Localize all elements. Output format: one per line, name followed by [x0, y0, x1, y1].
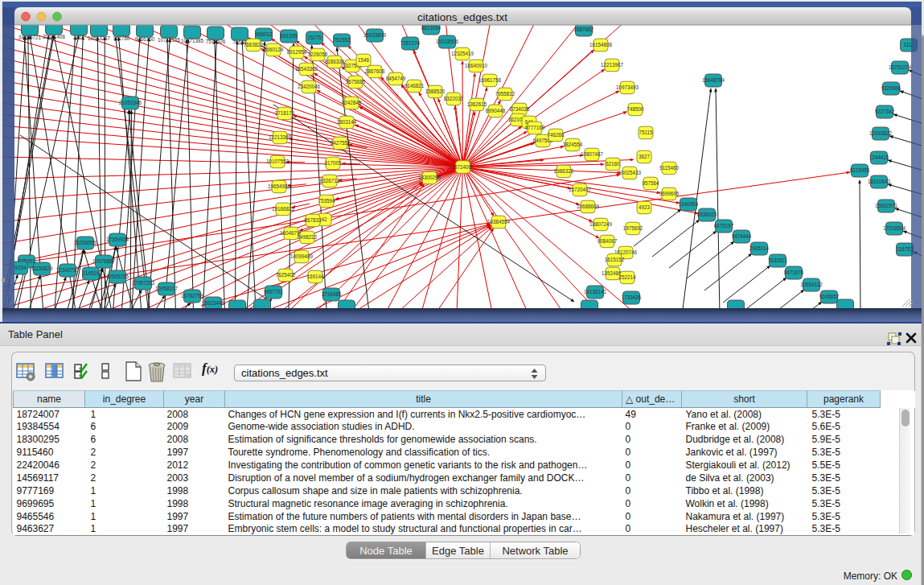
- svg-text:1546: 1546: [358, 57, 370, 63]
- svg-text:10975887: 10975887: [92, 258, 116, 264]
- svg-text:152760: 152760: [113, 35, 130, 41]
- svg-text:15923448: 15923448: [202, 300, 225, 306]
- svg-text:9245652: 9245652: [819, 294, 840, 299]
- svg-text:10719155: 10719155: [158, 37, 181, 43]
- svg-text:9146821: 9146821: [405, 83, 425, 89]
- svg-text:10654112: 10654112: [800, 282, 823, 287]
- svg-text:966012: 966012: [255, 31, 273, 37]
- svg-text:19654985: 19654985: [268, 183, 291, 189]
- svg-text:21053346: 21053346: [119, 100, 142, 105]
- svg-text:17957253: 17957253: [132, 280, 155, 286]
- svg-text:9777169: 9777169: [525, 125, 545, 130]
- svg-text:7625402: 7625402: [276, 272, 296, 278]
- svg-text:1733426: 1733426: [622, 295, 642, 300]
- svg-text:16961758: 16961758: [478, 77, 502, 83]
- svg-text:8427552: 8427552: [331, 140, 351, 146]
- svg-text:8322037: 8322037: [444, 96, 464, 101]
- svg-text:1244415: 1244415: [869, 154, 889, 160]
- svg-text:3824554: 3824554: [563, 142, 583, 147]
- svg-text:9115460: 9115460: [659, 165, 680, 171]
- svg-text:10807487: 10807487: [581, 151, 604, 157]
- svg-text:753594: 753594: [318, 198, 335, 204]
- svg-text:10025433: 10025433: [618, 170, 642, 175]
- svg-text:10553287: 10553287: [88, 35, 111, 41]
- svg-text:10107553: 10107553: [266, 159, 290, 164]
- svg-text:14136141: 14136141: [584, 289, 607, 295]
- svg-text:9699695: 9699695: [659, 191, 680, 196]
- svg-text:169144: 169144: [306, 274, 324, 279]
- svg-text:9242848: 9242848: [342, 100, 362, 105]
- svg-text:7955812: 7955812: [495, 91, 515, 97]
- svg-text:42: 42: [321, 216, 327, 222]
- svg-text:2986322: 2986322: [554, 168, 574, 174]
- svg-text:10958107: 10958107: [155, 286, 179, 291]
- svg-text:16782759: 16782759: [181, 293, 204, 299]
- svg-text:citations_edges.txt: citations_edges.txt: [417, 11, 507, 23]
- svg-text:6734028: 6734028: [510, 106, 530, 112]
- svg-text:2718176: 2718176: [275, 110, 295, 116]
- svg-text:62160: 62160: [606, 161, 620, 167]
- svg-text:891295: 891295: [280, 33, 298, 39]
- svg-text:16033809: 16033809: [363, 32, 387, 38]
- svg-text:1811: 1811: [73, 35, 84, 40]
- svg-text:15720407: 15720407: [569, 187, 592, 192]
- svg-text:8454749: 8454749: [386, 76, 406, 81]
- svg-text:6679197: 6679197: [714, 223, 734, 229]
- svg-text:16648784: 16648784: [702, 77, 725, 83]
- svg-text:15751074: 15751074: [889, 64, 912, 70]
- svg-text:26206556: 26206556: [74, 240, 97, 245]
- svg-text:9329966: 9329966: [881, 85, 901, 91]
- svg-text:9466160: 9466160: [135, 36, 155, 42]
- svg-text:19218506: 19218506: [436, 39, 459, 44]
- svg-text:8471676: 8471676: [784, 270, 804, 275]
- svg-text:9474444: 9474444: [732, 233, 752, 239]
- svg-text:18724007: 18724007: [451, 164, 474, 170]
- svg-text:8215955: 8215955: [850, 167, 870, 173]
- svg-text:12325419: 12325419: [451, 51, 474, 56]
- svg-text:2803144: 2803144: [337, 119, 357, 125]
- svg-text:1588520: 1588520: [425, 89, 446, 94]
- svg-text:3226058: 3226058: [308, 51, 328, 57]
- svg-text:746266: 746266: [547, 132, 565, 138]
- svg-text:20691406: 20691406: [43, 34, 66, 39]
- svg-text:19384554: 19384554: [487, 219, 511, 225]
- svg-text:9227342: 9227342: [875, 109, 895, 114]
- svg-text:16210643: 16210643: [868, 179, 891, 184]
- svg-text:9084067: 9084067: [598, 238, 618, 244]
- svg-text:7515526: 7515526: [206, 39, 226, 44]
- svg-text:957564: 957564: [642, 180, 659, 186]
- svg-text:7663822: 7663822: [244, 42, 264, 47]
- svg-text:16640910: 16640910: [465, 63, 488, 68]
- svg-text:15692971: 15692971: [875, 203, 898, 208]
- svg-text:75115: 75115: [639, 130, 653, 135]
- svg-text:16543362: 16543362: [295, 66, 318, 72]
- svg-text:1615152: 1615152: [605, 257, 625, 262]
- svg-text:12213967: 12213967: [601, 62, 624, 68]
- svg-text:14099489: 14099489: [290, 253, 314, 259]
- svg-text:2887682: 2887682: [574, 27, 594, 32]
- svg-text:252214: 252214: [618, 274, 636, 280]
- svg-text:18807249: 18807249: [589, 221, 613, 227]
- svg-text:16154808: 16154808: [589, 42, 613, 47]
- svg-text:3627: 3627: [639, 154, 651, 159]
- svg-text:4923: 4923: [639, 204, 651, 210]
- svg-text:867833: 867833: [304, 217, 322, 223]
- svg-text:751552: 751552: [333, 37, 351, 43]
- svg-text:8938923: 8938923: [697, 212, 717, 217]
- svg-text:23420046: 23420046: [298, 84, 321, 89]
- svg-text:9457791: 9457791: [264, 289, 284, 295]
- svg-text:8326713: 8326713: [320, 178, 340, 183]
- svg-text:3716485: 3716485: [322, 291, 342, 297]
- svg-text:3675685: 3675685: [346, 79, 366, 84]
- svg-text:116753: 116753: [897, 246, 914, 252]
- svg-text:12342737: 12342737: [56, 267, 80, 273]
- svg-text:24055721: 24055721: [18, 35, 42, 40]
- svg-text:2935114: 2935114: [749, 245, 770, 251]
- svg-text:3498222: 3498222: [298, 234, 318, 240]
- svg-text:1640954: 1640954: [679, 201, 699, 207]
- svg-text:7632621: 7632621: [768, 257, 788, 263]
- svg-text:17359924: 17359924: [106, 237, 129, 242]
- svg-text:9660124: 9660124: [264, 47, 284, 52]
- svg-text:11156829: 11156829: [31, 266, 53, 271]
- svg-text:17016504: 17016504: [883, 225, 906, 231]
